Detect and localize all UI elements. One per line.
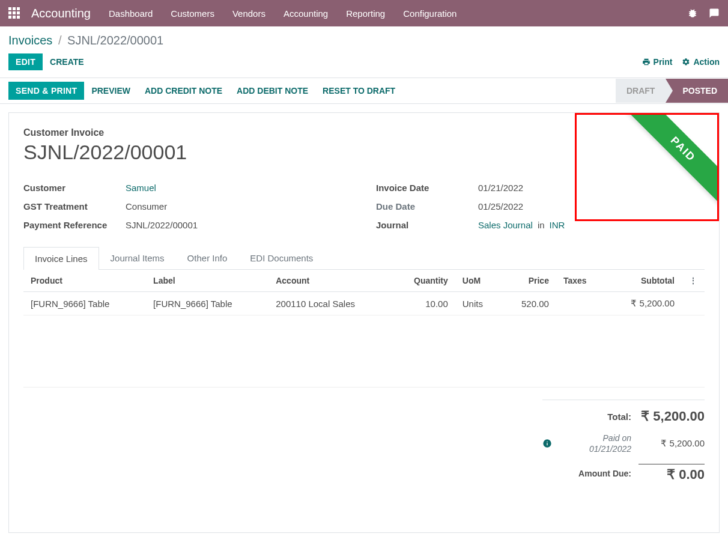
journal-link[interactable]: Sales Journal — [478, 220, 533, 230]
col-quantity: Quantity — [392, 270, 455, 292]
col-product: Product — [23, 270, 146, 292]
customer-label: Customer — [23, 183, 126, 193]
kebab-icon[interactable]: ⋮ — [682, 270, 705, 292]
payref-label: Payment Reference — [23, 220, 126, 230]
table-row[interactable]: [FURN_9666] Table [FURN_9666] Table 2001… — [23, 292, 705, 315]
invoice-lines-table: Product Label Account Quantity UoM Price… — [23, 270, 705, 388]
app-title: Accounting — [31, 7, 91, 20]
print-action[interactable]: Print — [642, 57, 673, 67]
nav-dashboard[interactable]: Dashboard — [109, 8, 153, 19]
status-posted[interactable]: POSTED — [666, 79, 728, 103]
gst-value: Consumer — [126, 201, 352, 212]
breadcrumb-current: SJNL/2022/00001 — [67, 34, 163, 47]
edit-button[interactable]: Edit — [8, 53, 43, 70]
nav-customers[interactable]: Customers — [171, 8, 214, 19]
col-account: Account — [268, 270, 392, 292]
nav-accounting[interactable]: Accounting — [284, 8, 328, 19]
col-taxes: Taxes — [556, 270, 605, 292]
col-subtotal: Subtotal — [605, 270, 682, 292]
tab-journal-items[interactable]: Journal Items — [99, 246, 176, 269]
payref-value: SJNL/2022/00001 — [126, 220, 352, 230]
add-credit-note-button[interactable]: Add Credit Note — [138, 82, 229, 100]
col-label: Label — [146, 270, 268, 292]
gear-icon — [682, 58, 690, 66]
tab-invoice-lines[interactable]: Invoice Lines — [23, 247, 99, 270]
currency-link[interactable]: INR — [550, 220, 565, 230]
top-nav: Accounting Dashboard Customers Vendors A… — [0, 0, 728, 26]
status-draft[interactable]: DRAFT — [616, 79, 666, 103]
due-value: ₹ 0.00 — [639, 464, 705, 482]
info-icon[interactable] — [542, 439, 552, 448]
nav-configuration[interactable]: Configuration — [403, 8, 457, 19]
breadcrumb-root[interactable]: Invoices — [8, 34, 52, 47]
tab-other-info[interactable]: Other Info — [176, 246, 239, 269]
invoice-card: PAID Customer Invoice SJNL/2022/00001 Cu… — [8, 112, 720, 533]
gst-label: GST Treatment — [23, 201, 126, 212]
send-print-button[interactable]: Send & Print — [8, 82, 84, 100]
highlight-box — [575, 113, 719, 221]
invdate-label: Invoice Date — [376, 183, 478, 193]
create-button[interactable]: Create — [43, 53, 91, 70]
col-price: Price — [501, 270, 556, 292]
add-debit-note-button[interactable]: Add Debit Note — [229, 82, 315, 100]
preview-button[interactable]: Preview — [84, 82, 138, 100]
total-value: ₹ 5,200.00 — [639, 409, 705, 424]
apps-icon[interactable] — [8, 7, 20, 19]
due-label: Amount Due: — [542, 469, 639, 478]
tab-edi-documents[interactable]: EDI Documents — [238, 246, 324, 269]
duedate-label: Due Date — [376, 201, 478, 212]
paid-value: ₹ 5,200.00 — [639, 438, 705, 449]
breadcrumb: Invoices / SJNL/2022/00001 — [8, 34, 720, 47]
action-dropdown[interactable]: Action — [682, 57, 720, 67]
paid-label: Paid on01/21/2022 — [557, 433, 639, 454]
total-label: Total: — [542, 412, 639, 422]
reset-to-draft-button[interactable]: Reset to Draft — [315, 82, 402, 100]
chat-icon[interactable] — [709, 8, 720, 19]
col-uom: UoM — [455, 270, 501, 292]
journal-label: Journal — [376, 220, 478, 230]
print-icon — [642, 58, 651, 66]
nav-reporting[interactable]: Reporting — [346, 8, 385, 19]
nav-vendors[interactable]: Vendors — [232, 8, 265, 19]
bug-icon[interactable] — [687, 8, 698, 19]
customer-link[interactable]: Samuel — [126, 183, 156, 193]
